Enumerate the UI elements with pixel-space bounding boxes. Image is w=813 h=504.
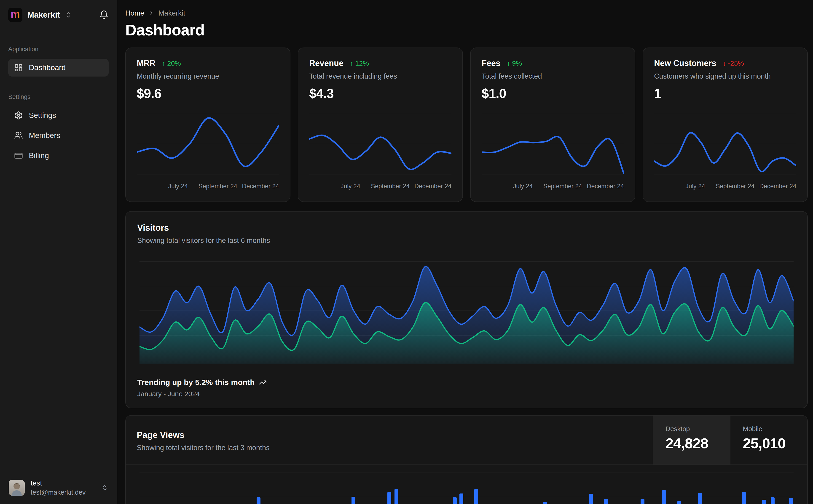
user-texts: test test@makerkit.dev [31,479,86,496]
stat-card-mrr: MRR ↑20% Monthly recurring revenue $9.6 … [125,48,291,202]
page-views-bar [589,494,593,504]
credit-card-icon [14,151,23,160]
visitors-area-chart [139,258,794,364]
users-icon [14,131,23,140]
stat-description: Total revenue including fees [309,72,451,80]
chevron-right-icon [148,10,154,16]
page-views-tabs: Desktop 24,828 Mobile 25,010 [653,416,807,464]
sparkline-chart [654,111,796,179]
stat-value: $9.6 [137,86,279,101]
stat-value: $1.0 [482,86,624,101]
page-views-bar [257,497,261,504]
trend-badge: ↑9% [507,59,522,67]
page-views-bar [742,492,746,504]
page-views-bar [352,497,355,504]
page-views-bar [677,501,681,504]
page-views-bar [698,493,702,504]
page-title: Dashboard [125,21,808,39]
sidebar-item-members[interactable]: Members [8,127,109,144]
page-views-bar [543,502,547,504]
stat-description: Customers who signed up this month [654,72,796,80]
visitors-subtitle: Showing total visitors for the last 6 mo… [137,236,794,245]
page-views-bar [789,498,793,504]
user-email: test@makerkit.dev [31,489,86,496]
user-menu[interactable]: test test@makerkit.dev [0,472,117,504]
stat-title: Revenue [309,58,344,68]
page-views-bar-chart [139,465,794,504]
page-views-header: Page Views Showing total visitors for th… [126,416,807,465]
dashboard-page: { "sidebar": { "workspace": "Makerkit", … [0,0,813,504]
sidebar-section-application: Application [8,46,109,53]
sidebar-item-label: Billing [29,151,49,160]
trend-badge: ↓-25% [723,59,744,67]
page-views-bar [459,493,463,504]
sidebar-item-billing[interactable]: Billing [8,147,109,164]
trend-badge: ↑12% [350,59,369,67]
workspace-name: Makerkit [27,10,60,19]
page-views-bar [641,499,645,504]
sidebar-item-label: Dashboard [29,63,66,72]
arrow-up-icon: ↑ [162,59,165,67]
arrow-up-icon: ↑ [350,59,353,67]
visitors-date-range: January - June 2024 [137,390,794,398]
stat-value: $4.3 [309,86,451,101]
sidebar-item-dashboard[interactable]: Dashboard [8,59,109,77]
sidebar-nav-application: Dashboard [8,59,109,77]
page-views-bar [387,492,391,504]
tab-mobile[interactable]: Mobile 25,010 [730,416,807,464]
chevrons-up-down-icon [65,11,72,18]
stat-title: New Customers [654,58,716,68]
sparkline-x-labels: July 24September 24December 24 [309,183,451,191]
chevrons-up-down-icon [101,484,108,491]
stat-title: Fees [482,58,500,68]
sparkline-chart [482,111,624,179]
trending-up-icon [259,379,267,386]
sidebar-item-label: Settings [29,111,56,120]
stat-card-new-customers: New Customers ↓-25% Customers who signed… [643,48,808,202]
user-name: test [31,479,86,487]
breadcrumb-home-link[interactable]: Home [125,9,144,17]
desktop-count: 24,828 [666,435,730,451]
sidebar-item-label: Members [29,131,60,140]
stat-card-revenue: Revenue ↑12% Total revenue including fee… [298,48,463,202]
sidebar-section-settings: Settings [8,93,109,101]
stat-card-fees: Fees ↑9% Total fees collected $1.0 July … [470,48,635,202]
avatar [9,480,25,496]
arrow-down-icon: ↓ [723,59,726,67]
page-views-bar [453,497,457,504]
breadcrumb-current: Makerkit [158,9,185,17]
page-views-bar [474,489,478,504]
page-views-bar [395,489,398,504]
visitors-card: Visitors Showing total visitors for the … [125,211,808,408]
page-views-card: Page Views Showing total visitors for th… [125,415,808,504]
layout-dashboard-icon [14,63,23,72]
breadcrumb: Home Makerkit [125,9,808,17]
makerkit-logo: m [8,8,22,22]
stat-value: 1 [654,86,796,101]
visitors-title: Visitors [137,223,794,233]
arrow-up-icon: ↑ [507,59,510,67]
main-content: Home Makerkit Dashboard MRR ↑20% Monthly… [117,0,813,504]
mobile-count: 25,010 [743,435,807,451]
page-views-bar [762,500,766,504]
trend-badge: ↑20% [162,59,181,67]
workspace-switcher[interactable]: m Makerkit [8,0,109,22]
gear-icon [14,111,23,120]
sidebar-item-settings[interactable]: Settings [8,106,109,124]
page-views-title: Page Views [137,430,642,440]
stat-cards-row: MRR ↑20% Monthly recurring revenue $9.6 … [125,48,808,202]
sidebar: m Makerkit Application Dashboard Setting… [0,0,117,504]
tab-desktop[interactable]: Desktop 24,828 [653,416,730,464]
sparkline-x-labels: July 24September 24December 24 [482,183,624,191]
page-views-bar [771,497,775,504]
visitors-trend-text: Trending up by 5.2% this month [137,378,255,387]
page-views-bar [662,490,666,504]
sparkline-x-labels: July 24September 24December 24 [654,183,796,191]
page-views-bar [604,499,608,504]
stat-description: Total fees collected [482,72,624,80]
notifications-bell-icon[interactable] [99,10,109,20]
stat-description: Monthly recurring revenue [137,72,279,80]
sparkline-chart [309,111,451,179]
sparkline-chart [137,111,279,179]
visitors-footer: Trending up by 5.2% this month January -… [137,378,794,398]
